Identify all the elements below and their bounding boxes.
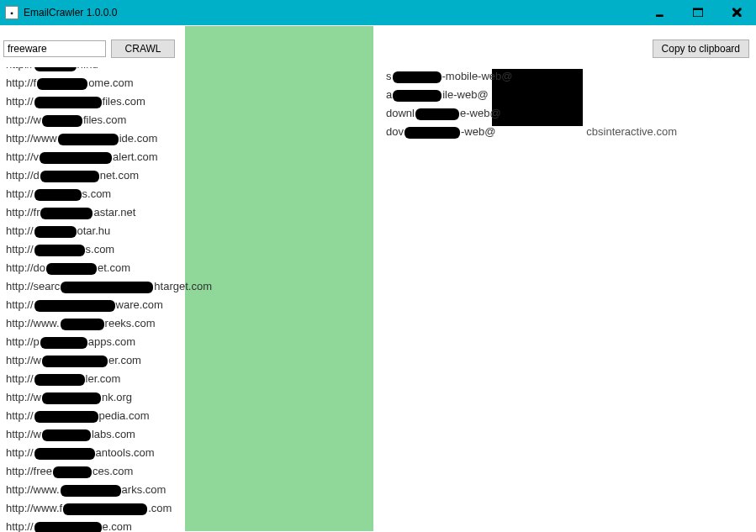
url-suffix: astar.net <box>93 206 135 219</box>
redaction-icon <box>40 337 87 349</box>
minimize-button[interactable]: 🗕 <box>640 0 679 25</box>
redaction-icon <box>61 485 121 497</box>
url-row[interactable]: http://s.com <box>1 240 373 259</box>
url-row[interactable]: http://valert.com <box>1 148 373 166</box>
redaction-icon <box>393 71 441 83</box>
redaction-icon <box>34 97 102 108</box>
url-row[interactable]: http://antools.com <box>1 444 373 462</box>
url-suffix: nk.org <box>102 391 132 403</box>
titlebar: ▪ EmailCrawler 1.0.0.0 🗕 🗖 🗙 <box>0 0 756 25</box>
url-suffix: s.com <box>86 243 115 255</box>
url-row[interactable]: http://wnk.org <box>1 388 373 407</box>
redaction-icon <box>42 115 82 127</box>
url-suffix: alert.com <box>113 150 157 163</box>
url-row[interactable]: http://www.reeks.com <box>1 314 373 333</box>
url-prefix: http://w <box>6 428 41 440</box>
url-prefix: http:// <box>6 243 34 255</box>
url-row[interactable]: http://fome.com <box>1 74 373 92</box>
url-row[interactable]: http://n.hu <box>1 67 373 74</box>
url-row[interactable]: http://ler.com <box>1 370 373 388</box>
redaction-icon <box>58 134 119 145</box>
url-suffix: pedia.com <box>99 409 150 422</box>
url-row[interactable]: http://s.com <box>1 185 373 203</box>
url-suffix: htarget.com <box>154 280 212 292</box>
url-row[interactable]: http://wlabs.com <box>1 425 373 444</box>
url-row[interactable]: http://wwwide.com <box>1 129 373 148</box>
url-row[interactable]: http://searchtarget.com <box>1 277 373 296</box>
url-row[interactable]: http://files.com <box>1 92 373 111</box>
email-row[interactable]: dov-web@cbsinteractive.com <box>381 123 749 141</box>
url-row[interactable]: http://doet.com <box>1 259 373 277</box>
url-suffix: ide.com <box>119 132 158 145</box>
url-prefix: http://www <box>6 132 57 145</box>
email-suffix: ile-web@ <box>442 88 488 101</box>
url-suffix: e.com <box>103 520 132 532</box>
redaction-icon <box>40 152 112 164</box>
url-suffix: net.com <box>100 169 139 182</box>
email-domain: cbsinteractive.com <box>586 125 677 138</box>
url-prefix: http:// <box>6 409 34 422</box>
url-row[interactable]: http://www.f.com <box>1 499 373 518</box>
url-suffix: et.com <box>98 261 130 274</box>
url-suffix: arks.com <box>122 483 167 496</box>
email-list[interactable]: s-mobile-web@aile-web@downle-web@dov-web… <box>381 67 749 532</box>
redaction-icon <box>40 208 93 219</box>
email-row[interactable]: s-mobile-web@ <box>381 67 749 86</box>
email-suffix: -mobile-web@ <box>442 70 513 82</box>
redaction-icon <box>34 522 102 532</box>
redaction-icon <box>34 448 95 460</box>
url-row[interactable]: http://frastar.net <box>1 203 373 222</box>
redaction-icon <box>34 411 98 423</box>
url-row[interactable]: http://otar.hu <box>1 222 373 240</box>
url-row[interactable]: http://ware.com <box>1 296 373 314</box>
search-input[interactable] <box>3 40 106 57</box>
url-prefix: http:// <box>6 372 34 385</box>
url-row[interactable]: http://dnet.com <box>1 166 373 185</box>
url-prefix: http:// <box>6 298 34 311</box>
crawl-button[interactable]: CRAWL <box>111 40 175 58</box>
redaction-icon <box>34 189 82 201</box>
email-suffix: e-web@ <box>460 107 501 119</box>
redaction-icon <box>34 245 85 256</box>
url-row[interactable]: http://freeces.com <box>1 462 373 481</box>
close-button[interactable]: 🗙 <box>717 0 756 25</box>
url-prefix: http://www. <box>6 483 60 496</box>
url-row[interactable]: http://wfiles.com <box>1 111 373 129</box>
redaction-icon <box>34 374 85 386</box>
redaction-icon <box>415 108 459 120</box>
email-prefix: a <box>386 88 392 101</box>
url-prefix: http://w <box>6 391 41 403</box>
url-row[interactable]: http://papps.com <box>1 333 373 351</box>
url-prefix: http:// <box>6 520 34 532</box>
url-row[interactable]: http://e.com <box>1 518 373 532</box>
email-prefix: downl <box>386 107 415 119</box>
url-prefix: http:// <box>6 67 34 71</box>
email-row[interactable]: downle-web@ <box>381 104 749 123</box>
url-prefix: http://fr <box>6 206 40 219</box>
url-suffix: ces.com <box>93 465 133 477</box>
url-prefix: http://free <box>6 465 52 477</box>
copy-clipboard-button[interactable]: Copy to clipboard <box>653 40 749 58</box>
url-prefix: http:// <box>6 95 34 108</box>
redaction-icon <box>37 78 87 90</box>
url-suffix: er.com <box>108 354 141 366</box>
url-row[interactable]: http://www.arks.com <box>1 481 373 499</box>
redaction-icon <box>393 90 441 102</box>
email-prefix: dov <box>386 125 404 138</box>
url-prefix: http://w <box>6 113 41 126</box>
url-prefix: http://p <box>6 335 40 348</box>
url-prefix: http://d <box>6 169 40 182</box>
content-area: CRAWL Copy to clipboard http://hu.a.orgh… <box>0 25 756 532</box>
redaction-icon <box>34 300 115 312</box>
maximize-button[interactable]: 🗖 <box>679 0 717 25</box>
redaction-icon <box>42 392 101 404</box>
url-prefix: http:// <box>6 187 34 200</box>
url-suffix: n.hu <box>77 67 98 71</box>
redaction-icon <box>34 67 77 71</box>
url-row[interactable]: http://pedia.com <box>1 407 373 425</box>
url-list[interactable]: http://hu.a.orghttp://lent.huhttp://ep.h… <box>1 67 373 532</box>
url-suffix: s.com <box>82 187 112 200</box>
redaction-icon <box>61 282 153 293</box>
email-row[interactable]: aile-web@ <box>381 86 749 104</box>
url-row[interactable]: http://wer.com <box>1 351 373 370</box>
